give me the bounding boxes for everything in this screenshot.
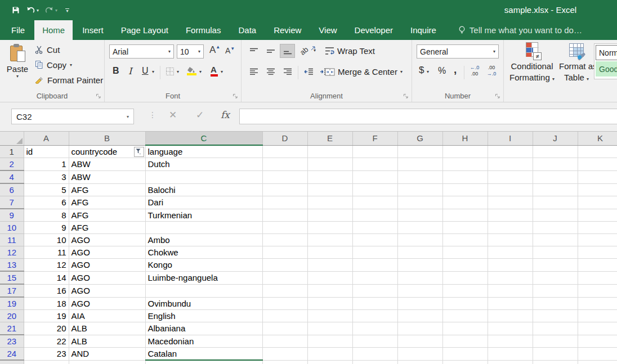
cell-countrycode[interactable]: AFG [69,196,145,209]
empty-cell[interactable] [578,222,617,234]
empty-cell[interactable] [397,322,442,335]
empty-cell[interactable] [533,284,578,297]
cell-id[interactable]: 3 [24,170,69,183]
cell-language[interactable]: Dari [145,196,262,209]
empty-cell[interactable] [578,170,617,183]
row-header[interactable]: 2 [0,158,24,171]
empty-cell[interactable] [533,297,578,310]
empty-cell[interactable] [307,246,352,259]
cell-language[interactable]: Chokwe [145,246,262,259]
cell-countrycode[interactable]: AFG [69,222,145,234]
empty-cell[interactable] [262,145,307,158]
cell-language[interactable]: Turkmenian [145,209,262,222]
empty-cell[interactable] [488,284,533,297]
empty-cell[interactable] [397,170,442,183]
empty-cell[interactable] [578,348,617,361]
row-header[interactable]: 12 [0,246,24,259]
empty-cell[interactable] [442,284,488,297]
empty-cell[interactable] [262,335,307,348]
empty-cell[interactable] [262,170,307,183]
font-color-dropdown-icon[interactable]: ▾ [221,69,223,74]
empty-cell[interactable] [442,234,488,246]
row-header[interactable]: 21 [0,322,24,335]
empty-cell[interactable] [488,259,533,272]
col-header-d[interactable]: D [262,132,307,145]
empty-cell[interactable] [442,310,488,322]
cell-id[interactable]: 20 [24,322,69,335]
empty-cell[interactable] [397,183,442,196]
empty-cell[interactable] [397,360,442,364]
empty-cell[interactable] [262,310,307,322]
format-painter-button[interactable]: Format Painter [35,74,103,86]
cell-id[interactable]: 18 [24,297,69,310]
cell-id[interactable]: 19 [24,310,69,322]
empty-cell[interactable] [262,209,307,222]
undo-button[interactable]: ▾ [26,6,39,15]
empty-cell[interactable] [262,234,307,246]
empty-cell[interactable] [262,222,307,234]
comma-style-button[interactable]: , [454,64,457,76]
filter-button[interactable] [134,147,144,157]
empty-cell[interactable] [578,209,617,222]
col-header-e[interactable]: E [307,132,352,145]
empty-cell[interactable] [488,234,533,246]
empty-cell[interactable] [352,259,397,272]
name-box-dropdown-icon[interactable]: ▾ [127,114,129,119]
row-header[interactable]: 13 [0,259,24,272]
empty-cell[interactable] [307,322,352,335]
empty-cell[interactable] [533,360,578,364]
align-center-button[interactable] [263,65,278,79]
col-header-i[interactable]: I [488,132,533,145]
orientation-dropdown-icon[interactable]: ▾ [314,48,316,53]
empty-cell[interactable] [397,348,442,361]
cell-countrycode[interactable]: ABW [69,158,145,171]
underline-dropdown-icon[interactable]: ▾ [152,69,154,74]
tab-developer[interactable]: Developer [347,20,401,40]
tab-file[interactable]: File [3,20,33,40]
col-header-k[interactable]: K [578,132,617,145]
empty-cell[interactable] [442,170,488,183]
col-header-b[interactable]: B [69,132,145,145]
empty-cell[interactable] [533,335,578,348]
empty-cell[interactable] [307,183,352,196]
empty-cell[interactable] [352,145,397,158]
empty-cell[interactable] [533,234,578,246]
save-icon[interactable] [11,6,20,15]
empty-cell[interactable] [533,322,578,335]
cell-id[interactable]: 6 [24,196,69,209]
empty-cell[interactable] [307,271,352,284]
empty-cell[interactable] [578,234,617,246]
cell-a1[interactable]: id [24,145,69,158]
fill-color-dropdown-icon[interactable]: ▾ [199,69,202,74]
empty-cell[interactable] [488,183,533,196]
cell-language[interactable]: Dutch [145,158,262,171]
empty-cell[interactable] [397,158,442,171]
cell-countrycode[interactable]: AGO [69,271,145,284]
font-name-dropdown-icon[interactable]: ▾ [165,49,171,54]
percent-style-button[interactable]: % [438,66,446,76]
enter-button[interactable]: ✓ [196,109,204,121]
empty-cell[interactable] [262,259,307,272]
empty-cell[interactable] [488,322,533,335]
tab-data[interactable]: Data [230,20,264,40]
empty-cell[interactable] [352,322,397,335]
bold-button[interactable]: B [113,66,119,76]
tab-review[interactable]: Review [266,20,309,40]
empty-cell[interactable] [352,310,397,322]
col-header-a[interactable]: A [24,132,69,145]
empty-cell[interactable] [533,259,578,272]
cell-language[interactable]: Ambo [145,234,262,246]
cell-language[interactable] [145,360,262,364]
increase-font-size-button[interactable]: A▲ [209,44,220,56]
empty-cell[interactable] [488,158,533,171]
row-header[interactable]: 15 [0,271,24,284]
col-header-g[interactable]: G [397,132,442,145]
empty-cell[interactable] [307,310,352,322]
empty-cell[interactable] [533,183,578,196]
empty-cell[interactable] [307,234,352,246]
cut-button[interactable]: Cut [35,43,60,56]
empty-cell[interactable] [307,259,352,272]
bottom-align-button[interactable] [280,44,295,58]
empty-cell[interactable] [397,310,442,322]
empty-cell[interactable] [442,335,488,348]
